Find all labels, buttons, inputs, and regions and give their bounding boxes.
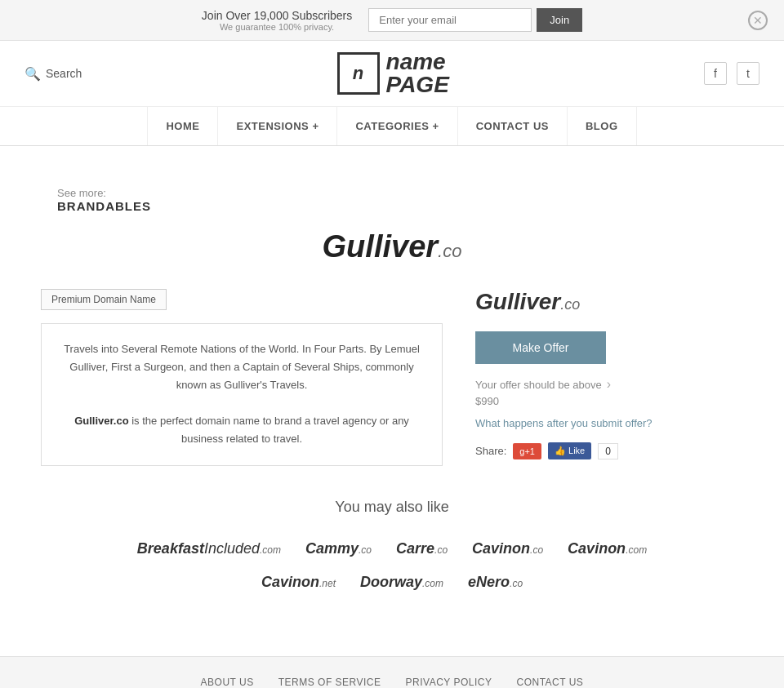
footer-contact[interactable]: CONTACT US	[516, 677, 583, 688]
search-button[interactable]: 🔍 Search	[24, 66, 82, 82]
list-item[interactable]: Cavinon.com	[568, 540, 647, 557]
twitter-icon[interactable]: t	[737, 62, 760, 85]
main-content: See more: BRANDABLES Gulliver.co Premium…	[24, 146, 760, 624]
content-grid: Premium Domain Name Travels into Several…	[41, 289, 743, 466]
footer-about[interactable]: ABOUT US	[201, 677, 254, 688]
make-offer-button[interactable]: Make Offer	[475, 331, 606, 364]
list-item[interactable]: eNero.co	[468, 574, 523, 591]
logo-icon: n	[337, 52, 380, 95]
also-like-section: You may also like BreakfastIncluded.com …	[41, 499, 743, 591]
facebook-icon[interactable]: f	[704, 62, 727, 85]
search-label: Search	[46, 67, 82, 80]
offer-link[interactable]: What happens after you submit offer?	[475, 417, 743, 429]
also-like-title: You may also like	[41, 499, 743, 516]
nav-home[interactable]: HOME	[147, 107, 218, 145]
domain-grid-2: Cavinon.net Doorway.com eNero.co	[41, 574, 743, 591]
offer-arrow-icon: ›	[607, 377, 611, 392]
list-item[interactable]: Cavinon.co	[472, 540, 543, 557]
header: 🔍 Search n name PAGE f t	[0, 41, 784, 107]
domain-name-large: Gulliver	[323, 229, 439, 264]
list-item[interactable]: Cavinon.net	[261, 574, 336, 591]
facebook-like-button[interactable]: 👍 Like	[548, 442, 591, 459]
share-label: Share:	[475, 445, 506, 457]
nav-blog[interactable]: BLOG	[568, 107, 637, 145]
close-icon[interactable]: ✕	[748, 11, 768, 30]
nav-categories[interactable]: CATEGORIES +	[337, 107, 457, 145]
share-row: Share: g+1 👍 Like 0	[475, 442, 743, 459]
like-count: 0	[598, 443, 618, 459]
domain-display: Gulliver.co	[41, 229, 743, 264]
domain-tld-large: .co	[438, 241, 461, 261]
domain-description: Travels into Several Remote Nations of t…	[41, 323, 443, 466]
google-plus-button[interactable]: g+1	[513, 443, 541, 459]
list-item[interactable]: Carre.co	[396, 540, 448, 557]
breadcrumb-category[interactable]: BRANDABLES	[57, 199, 151, 213]
footer: ABOUT US TERMS OF SERVICE PRIVACY POLICY…	[0, 656, 784, 688]
offer-min: $990	[475, 395, 743, 407]
banner-title: Join Over 19,000 Subscribers	[202, 9, 352, 22]
footer-terms[interactable]: TERMS OF SERVICE	[278, 677, 381, 688]
description-text: Travels into Several Remote Nations of t…	[64, 343, 420, 391]
logo[interactable]: n name PAGE	[337, 51, 449, 96]
right-panel: Gulliver.co Make Offer Your offer should…	[475, 289, 743, 459]
logo-page: PAGE	[386, 73, 449, 96]
banner-subtitle: We guarantee 100% privacy.	[202, 22, 352, 32]
description-text-2: is the perfect domain name to brand a tr…	[131, 415, 409, 445]
list-item[interactable]: Doorway.com	[360, 574, 443, 591]
social-links: f t	[704, 62, 760, 85]
banner-text: Join Over 19,000 Subscribers We guarante…	[202, 9, 352, 32]
search-icon: 🔍	[24, 66, 41, 82]
breadcrumb: See more: BRANDABLES	[41, 187, 743, 213]
list-item[interactable]: Cammy.co	[305, 540, 372, 557]
nav-extensions[interactable]: EXTENSIONS +	[218, 107, 337, 145]
main-nav: HOME EXTENSIONS + CATEGORIES + CONTACT U…	[0, 107, 784, 146]
banner-form: Join	[368, 8, 582, 32]
breadcrumb-see-more: See more:	[57, 187, 106, 199]
footer-privacy[interactable]: PRIVACY POLICY	[406, 677, 492, 688]
list-item[interactable]: BreakfastIncluded.com	[137, 540, 281, 557]
domain-grid: BreakfastIncluded.com Cammy.co Carre.co …	[41, 540, 743, 557]
left-panel: Premium Domain Name Travels into Several…	[41, 289, 443, 466]
email-input[interactable]	[368, 8, 532, 32]
top-banner: Join Over 19,000 Subscribers We guarante…	[0, 0, 784, 41]
offer-note: Your offer should be above ›	[475, 377, 743, 392]
domain-title-right: Gulliver.co	[475, 289, 743, 315]
domain-name-inline: Gulliver.co	[74, 415, 128, 427]
join-button[interactable]: Join	[537, 8, 582, 32]
nav-contact[interactable]: CONTACT US	[458, 107, 568, 145]
footer-links: ABOUT US TERMS OF SERVICE PRIVACY POLICY…	[0, 657, 784, 688]
logo-name: name	[386, 51, 449, 73]
premium-badge: Premium Domain Name	[41, 289, 167, 310]
